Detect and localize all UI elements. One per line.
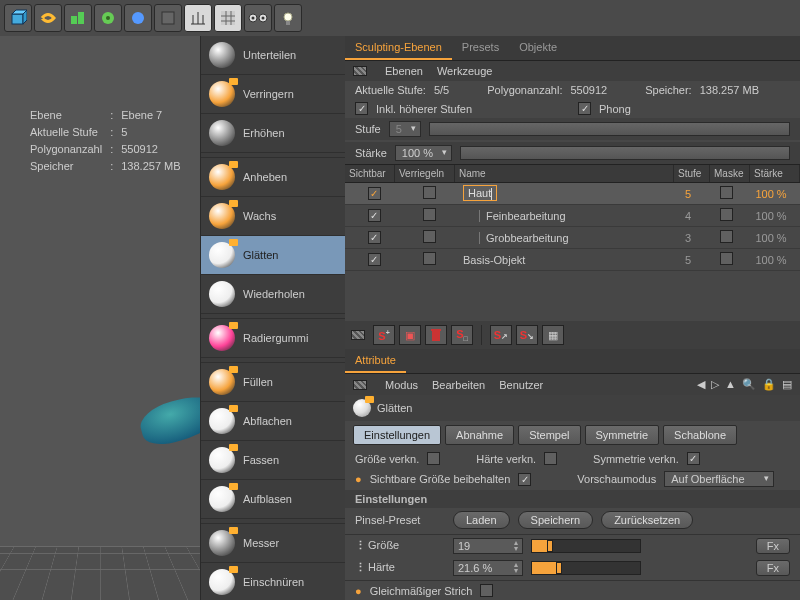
sculpt-tool-list: UnterteilenVerringernErhöhenAnhebenWachs… [200,36,345,600]
tool-radiergummi[interactable]: Radiergummi [201,318,345,358]
visible-checkbox[interactable] [368,253,381,266]
extrude-icon[interactable] [64,4,92,32]
hard-fx-button[interactable]: Fx [756,560,790,576]
level-dropdown[interactable]: 5 [389,121,421,137]
hard-link-checkbox[interactable] [544,452,557,465]
trash-icon[interactable] [425,325,447,345]
tool-einschnüren[interactable]: Einschnüren [201,563,345,600]
menu-icon[interactable]: ▤ [782,378,792,391]
tool-fassen[interactable]: Fassen [201,441,345,480]
mask-checkbox[interactable] [720,186,733,199]
layer-name[interactable]: Basis-Objekt [459,254,670,266]
tool-wachs[interactable]: Wachs [201,197,345,236]
tool-verringern[interactable]: Verringern [201,75,345,114]
lock-checkbox[interactable] [423,252,436,265]
attr-mode[interactable]: Modus [385,379,418,391]
torus-icon[interactable] [34,4,62,32]
attrtab-symmetry[interactable]: Symmetrie [585,425,660,445]
grid-icon[interactable] [214,4,242,32]
lock-checkbox[interactable] [423,186,436,199]
layer-dup-icon[interactable]: S□ [451,325,473,345]
size-link-checkbox[interactable] [427,452,440,465]
nav-back-icon[interactable]: ◀ [697,378,705,391]
mask-checkbox[interactable] [720,230,733,243]
lock-checkbox[interactable] [423,230,436,243]
group-icon[interactable] [94,4,122,32]
visible-checkbox[interactable] [368,209,381,222]
layer-row[interactable]: Grobbearbeitung 3 100 % [345,227,800,249]
attrtab-stencil[interactable]: Schablone [663,425,737,445]
mask-checkbox[interactable] [720,252,733,265]
phong-checkbox[interactable] [578,102,591,115]
subtab-layers[interactable]: Ebenen [385,65,423,77]
nav-up-icon[interactable]: ▲ [725,378,736,391]
layer-row[interactable]: Basis-Objekt 5 100 % [345,249,800,271]
tool-aufblasen[interactable]: Aufblasen [201,480,345,519]
tool-erhöhen[interactable]: Erhöhen [201,114,345,153]
level-slider[interactable] [429,122,790,136]
layer-row[interactable]: Haut 5 100 % [345,183,800,205]
field-icon[interactable] [154,4,182,32]
attr-user[interactable]: Benutzer [499,379,543,391]
grip-icon[interactable] [353,66,367,76]
incl-higher-checkbox[interactable] [355,102,368,115]
mask-checkbox[interactable] [720,208,733,221]
layer-name[interactable]: Haut [459,187,670,200]
sym-link-checkbox[interactable] [687,452,700,465]
layer-name[interactable]: Feinbearbeitung [459,210,670,222]
visible-checkbox[interactable] [368,231,381,244]
tool-wiederholen[interactable]: Wiederholen [201,275,345,314]
size-fx-button[interactable]: Fx [756,538,790,554]
layer-up-icon[interactable]: S↗ [490,325,512,345]
keep-size-checkbox[interactable] [518,473,531,486]
tool-unterteilen[interactable]: Unterteilen [201,36,345,75]
save-button[interactable]: Speichern [518,511,594,529]
sphere-icon[interactable] [124,4,152,32]
layer-add-icon[interactable]: S+ [373,325,395,345]
tab-sculpting-layers[interactable]: Sculpting-Ebenen [345,36,452,60]
load-button[interactable]: Laden [453,511,510,529]
mesh-object[interactable] [136,390,200,449]
eye-icon[interactable] [244,4,272,32]
merge-icon[interactable]: ▦ [542,325,564,345]
viewport[interactable]: Ebene:Ebene 7 Aktuelle Stufe:5 Polygonan… [0,36,200,600]
tool-icon [209,408,235,434]
light-icon[interactable] [274,4,302,32]
tab-attribute[interactable]: Attribute [345,349,406,373]
tab-objects[interactable]: Objekte [509,36,567,60]
folder-icon[interactable]: ▣ [399,325,421,345]
cube-icon[interactable] [4,4,32,32]
visible-checkbox[interactable] [368,187,381,200]
tool-füllen[interactable]: Füllen [201,362,345,402]
search-icon[interactable]: 🔍 [742,378,756,391]
preview-dropdown[interactable]: Auf Oberfläche [664,471,774,487]
subtab-tools[interactable]: Werkzeuge [437,65,492,77]
hard-field[interactable]: 21.6 %▴▾ [453,560,523,576]
tool-anheben[interactable]: Anheben [201,157,345,197]
attr-edit[interactable]: Bearbeiten [432,379,485,391]
attrtab-settings[interactable]: Einstellungen [353,425,441,445]
strength-slider[interactable] [460,146,790,160]
grip-icon[interactable] [351,330,365,340]
hard-slider[interactable] [531,561,641,575]
size-slider[interactable] [531,539,641,553]
reset-button[interactable]: Zurücksetzen [601,511,693,529]
tool-messer[interactable]: Messer [201,523,345,563]
attrtab-falloff[interactable]: Abnahme [445,425,514,445]
grip-icon[interactable] [353,380,367,390]
strength-dropdown[interactable]: 100 % [395,145,452,161]
layer-row[interactable]: Feinbearbeitung 4 100 % [345,205,800,227]
tool-abflachen[interactable]: Abflachen [201,402,345,441]
size-field[interactable]: 19▴▾ [453,538,523,554]
nav-fwd-icon[interactable]: ▷ [711,378,719,391]
tool-glätten[interactable]: Glätten [201,236,345,275]
array-icon[interactable] [184,4,212,32]
stroke-checkbox[interactable] [480,584,493,597]
tab-presets[interactable]: Presets [452,36,509,60]
tool-label: Wachs [243,210,276,222]
lock-checkbox[interactable] [423,208,436,221]
layer-down-icon[interactable]: S↘ [516,325,538,345]
attrtab-stamp[interactable]: Stempel [518,425,580,445]
layer-name[interactable]: Grobbearbeitung [459,232,670,244]
lock-icon[interactable]: 🔒 [762,378,776,391]
